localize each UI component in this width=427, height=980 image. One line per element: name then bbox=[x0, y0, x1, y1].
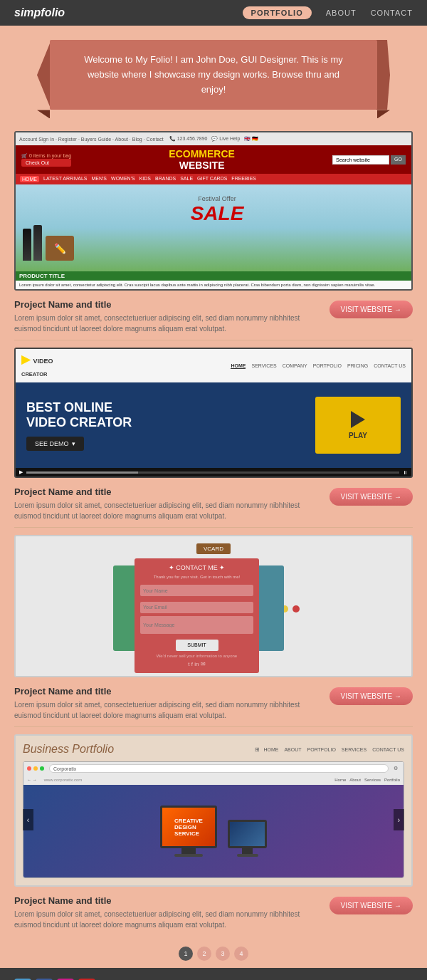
video-screenshot: ▶ VIDEOCREATOR HOME SERVICES COMPANY POR… bbox=[14, 348, 413, 478]
biz-prev-arrow[interactable]: ‹ bbox=[23, 809, 33, 830]
ribbon-right-decoration bbox=[376, 40, 390, 110]
banner-ribbon: Welcome to My Folio! I am John Doe, GUI … bbox=[50, 40, 377, 110]
page-2-btn[interactable]: 2 bbox=[197, 947, 211, 961]
vcard-tag: VCARD bbox=[196, 543, 231, 554]
ecom-product-row: PRODUCT TITLE Lorem ipsum dolor sit amet… bbox=[16, 271, 411, 289]
project-1-title: Project Name and title bbox=[14, 299, 319, 310]
video-hero: BEST ONLINEVIDEO CREATOR SEE DEMO ▾ PLAY bbox=[16, 382, 411, 468]
ecommerce-screenshot: Account Sign In · Register · Buyers Guid… bbox=[14, 131, 413, 291]
nav-contact[interactable]: CONTACT bbox=[371, 9, 413, 17]
ecom-topbar: Account Sign In · Register · Buyers Guid… bbox=[16, 132, 411, 145]
search-box[interactable]: Search website bbox=[332, 155, 389, 165]
play-icon bbox=[351, 411, 365, 428]
project-1-visit-btn[interactable]: VISIT WEBSITE → bbox=[330, 301, 413, 318]
project-4-title: Project Name and title bbox=[14, 895, 319, 906]
nav-portfolio[interactable]: PORTFOLIO bbox=[243, 6, 312, 19]
project-2: ▶ VIDEOCREATOR HOME SERVICES COMPANY POR… bbox=[14, 348, 413, 527]
ecom-search: Search website GO bbox=[332, 155, 406, 165]
divider-3 bbox=[14, 726, 413, 727]
footer: t f ✿ ▶ Visit my blog → Copyright © 2011… bbox=[0, 968, 427, 980]
video-hero-title: BEST ONLINEVIDEO CREATOR bbox=[26, 400, 308, 431]
browser-url: Corporatix bbox=[49, 764, 389, 773]
vcard-email-input[interactable] bbox=[140, 602, 253, 613]
project-3-desc: Lorem ipsum dolor sit amet, consectetuer… bbox=[14, 699, 319, 721]
video-nav: HOME SERVICES COMPANY PORTFOLIO PRICING … bbox=[231, 363, 406, 369]
biz-header: Business Portfolio ⊞ HOME ABOUT PORTFOLI… bbox=[23, 743, 404, 756]
project-2-info: Project Name and title Lorem ipsum dolor… bbox=[14, 478, 413, 527]
biz-monitors: CREATIVEDESIGNSERVICE bbox=[160, 806, 267, 857]
checkout-btn[interactable]: Check Out bbox=[21, 159, 71, 167]
video-play-area[interactable]: PLAY bbox=[315, 397, 401, 454]
project-4-info: Project Name and title Lorem ipsum dolor… bbox=[14, 887, 413, 936]
banner-wrap: Welcome to My Folio! I am John Doe, GUI … bbox=[0, 26, 427, 124]
biz-monitor-small bbox=[228, 820, 267, 848]
vcard-contact-title: ✦ CONTACT ME ✦ bbox=[140, 564, 253, 571]
ecom-logo: ECOMMERCE WEBSITE bbox=[169, 148, 235, 171]
play-label: PLAY bbox=[349, 432, 367, 439]
biz-logo: Business Portfolio bbox=[23, 743, 114, 756]
divider-1 bbox=[14, 340, 413, 340]
biz-browser-wrap: Corporatix ⚙ ← → www.corporatix.com Home… bbox=[23, 761, 404, 878]
browser-bar: Corporatix ⚙ bbox=[23, 762, 404, 775]
vcard-main-card: ✦ CONTACT ME ✦ Thank you for your visit.… bbox=[135, 558, 259, 673]
biz-nav: HOME ABOUT PORTFOLIO SERVICES CONTACT US bbox=[263, 747, 404, 752]
project-4: Business Portfolio ⊞ HOME ABOUT PORTFOLI… bbox=[14, 734, 413, 936]
vcard-message-input[interactable] bbox=[140, 616, 253, 634]
project-2-title: Project Name and title bbox=[14, 486, 319, 497]
biz-monitor-large: CREATIVEDESIGNSERVICE bbox=[160, 806, 217, 848]
ribbon-left-decoration bbox=[37, 40, 51, 110]
vcard-stack: ✦ CONTACT ME ✦ Thank you for your visit.… bbox=[127, 558, 270, 665]
project-3-info: Project Name and title Lorem ipsum dolor… bbox=[14, 677, 413, 726]
project-1-info: Project Name and title Lorem ipsum dolor… bbox=[14, 291, 413, 340]
header: simpfolio PORTFOLIO ABOUT CONTACT bbox=[0, 0, 427, 26]
biz-browser-nav: ← → www.corporatix.com Home About Servic… bbox=[23, 775, 404, 785]
project-4-desc: Lorem ipsum dolor sit amet, consectetuer… bbox=[14, 909, 319, 930]
nav-about[interactable]: ABOUT bbox=[326, 9, 357, 17]
project-1: Account Sign In · Register · Buyers Guid… bbox=[14, 131, 413, 340]
project-2-desc: Lorem ipsum dolor sit amet, consectetuer… bbox=[14, 500, 319, 521]
ribbon-fold-left bbox=[37, 110, 50, 118]
banner-text: Welcome to My Folio! I am John Doe, GUI … bbox=[84, 54, 343, 95]
vcard-screenshot: VCARD ✦ CONTACT ME ✦ Thank you for your … bbox=[14, 535, 413, 677]
project-3: VCARD ✦ CONTACT ME ✦ Thank you for your … bbox=[14, 535, 413, 726]
vcard-name-input[interactable] bbox=[140, 585, 253, 596]
pagination: 1 2 3 4 bbox=[0, 947, 427, 961]
vcard-dot-3[interactable] bbox=[292, 605, 300, 612]
biz-hero-content: CREATIVEDESIGNSERVICE bbox=[23, 785, 404, 877]
video-topbar: ▶ VIDEOCREATOR HOME SERVICES COMPANY POR… bbox=[16, 349, 411, 382]
site-logo: simpfolio bbox=[14, 6, 65, 19]
project-2-visit-btn[interactable]: VISIT WEBSITE → bbox=[330, 488, 413, 506]
project-3-visit-btn[interactable]: VISIT WEBSITE → bbox=[330, 687, 413, 705]
page-4-btn[interactable]: 4 bbox=[234, 947, 248, 961]
business-screenshot: Business Portfolio ⊞ HOME ABOUT PORTFOLI… bbox=[14, 734, 413, 887]
ribbon-fold-right bbox=[377, 110, 390, 118]
ecom-hero: Festival Offer SALE ✏️ bbox=[16, 184, 411, 271]
page-1-btn[interactable]: 1 bbox=[179, 947, 193, 961]
video-demo-btn[interactable]: SEE DEMO ▾ bbox=[26, 437, 84, 451]
ecom-header: 🛒 0 items in your bag Check Out ECOMMERC… bbox=[16, 145, 411, 174]
project-3-title: Project Name and title bbox=[14, 686, 319, 697]
project-1-desc: Lorem ipsum dolor sit amet, consectetuer… bbox=[14, 313, 319, 334]
biz-browser: Corporatix ⚙ ← → www.corporatix.com Home… bbox=[23, 761, 404, 878]
biz-next-arrow[interactable]: › bbox=[394, 809, 404, 830]
project-4-visit-btn[interactable]: VISIT WEBSITE → bbox=[330, 897, 413, 914]
divider-2 bbox=[14, 527, 413, 528]
page-3-btn[interactable]: 3 bbox=[216, 947, 230, 961]
main-nav: PORTFOLIO ABOUT CONTACT bbox=[243, 6, 413, 19]
vcard-social-icons: t f in ✉ bbox=[140, 661, 253, 667]
video-progress-bar: ▶ ⏸ bbox=[16, 468, 411, 476]
ecom-nav: HOME LATEST ARRIVALS MEN'S WOMEN'S KIDS … bbox=[16, 174, 411, 184]
search-go-btn[interactable]: GO bbox=[391, 155, 406, 165]
vcard-submit-btn[interactable]: SUBMIT bbox=[176, 640, 218, 651]
